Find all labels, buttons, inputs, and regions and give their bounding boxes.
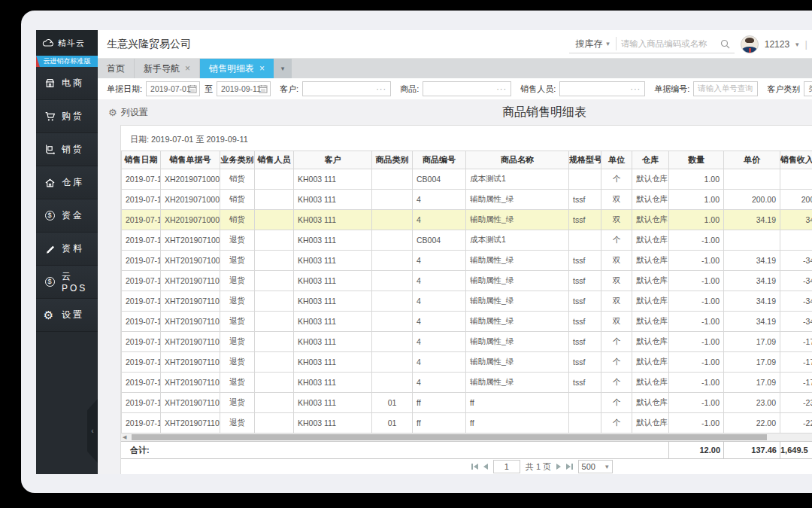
tab-销售明细表[interactable]: 销售明细表× [200,59,274,78]
table-cell: XH20190710003 [161,190,220,210]
table-row[interactable]: 2019-07-10XHT20190710001退货KH003 111CB004… [122,230,812,251]
page-size-select[interactable]: 500 ▾ [578,460,613,473]
last-page-button[interactable] [566,464,573,470]
table-cell [255,332,294,352]
table-cell [780,230,812,251]
page-size-value: 500 [582,462,595,471]
dollar-icon: $ [44,276,56,288]
sidebar-item-label: 资金 [62,209,84,222]
user-avatar[interactable] [741,35,759,53]
sidebar-item-设置[interactable]: ⚙设置 [36,299,98,332]
user-id[interactable]: 12123 [765,39,789,50]
table-row[interactable]: 2019-07-11XHT20190711008退货KH003 11101fff… [122,413,812,433]
table-row[interactable]: 2019-07-11XHT20190711005退货KH003 1114辅助属性… [122,352,812,373]
picker-dots-icon[interactable]: ··· [496,84,507,93]
table-row[interactable]: 2019-07-11XHT20190711003退货KH003 1114辅助属性… [122,312,812,332]
table-cell [255,291,294,312]
table-cell: -1.00 [669,230,724,251]
table-cell [372,169,413,190]
date-to-value: 2019-09-11 [221,84,261,93]
close-icon[interactable]: × [185,64,190,73]
table-cell: 2019-07-10 [122,230,161,251]
scrollbar-thumb[interactable] [132,434,767,440]
inventory-search: 搜库存 ▾ 请输入商品编码或名称 [569,35,735,53]
table-cell: 34.19 [724,210,780,230]
docno-input[interactable]: 请输入单号查询 [693,81,758,96]
product-picker-input[interactable]: ··· [423,81,511,96]
tab-首页[interactable]: 首页 [98,59,135,78]
tab-新手导航[interactable]: 新手导航× [135,59,200,78]
chevron-down-icon[interactable]: ▾ [795,41,799,48]
table-cell: CB004 [413,169,466,190]
calendar-icon[interactable] [259,84,268,95]
table-row[interactable]: 2019-07-11XHT20190711006退货KH003 1114辅助属性… [122,373,812,393]
search-scope-dropdown[interactable]: 搜库存 ▾ [569,37,617,50]
date-from-input[interactable]: 2019-07-01 [146,81,200,96]
calendar-icon[interactable] [188,84,197,95]
table-row[interactable]: 2019-07-11XHT20190711002退货KH003 1114辅助属性… [122,291,812,312]
sidebar-item-电商[interactable]: 电商 [36,67,98,100]
table-cell: 个 [601,373,632,393]
table-cell [255,373,294,393]
table-cell: 34.19 [724,312,780,332]
sidebar-item-销货[interactable]: 销货 [36,133,98,166]
header-divider: | [805,38,807,50]
sidebar-item-仓库[interactable]: 仓库 [36,166,98,199]
table-cell: 默认仓库 [632,291,669,312]
totals-income: 1,649.5 [780,442,812,458]
table-row[interactable]: 2019-07-11XHT20190711004退货KH003 1114辅助属性… [122,332,812,352]
tab-label: 新手导航 [144,62,180,75]
table-cell: 辅助属性_绿 [466,251,569,271]
table-cell: 销货 [220,210,255,230]
table-row[interactable]: 2019-07-10XH20190710003销货KH003 1114辅助属性_… [122,190,812,210]
salesperson-picker-input[interactable]: ··· [559,81,645,96]
scroll-left-icon[interactable]: ◀ [123,434,126,440]
sidebar-item-label: 设置 [62,309,84,321]
next-page-button[interactable] [556,464,561,470]
table-cell: 退货 [220,291,255,312]
close-icon[interactable]: × [259,64,265,73]
table-row[interactable]: 2019-07-11XHT20190711001退货KH003 1114辅助属性… [122,271,812,291]
table-cell: KH003 111 [294,210,372,230]
sidebar: 精斗云 云进销存标准版 电商购货销货仓库$资金资料$云POS⚙设置 ‹ [36,30,98,474]
table-cell [372,190,413,210]
table-row[interactable]: 2019-07-10XHT20190710002退货KH003 1114辅助属性… [122,251,812,271]
sidebar-item-资料[interactable]: 资料 [36,233,98,266]
table-row[interactable]: 2019-07-11XHT20190711007退货KH003 11101fff… [122,393,812,413]
picker-dots-icon[interactable]: ··· [376,84,386,93]
sidebar-item-云POS[interactable]: $云POS [36,266,98,299]
search-input[interactable]: 请输入商品编码或名称 [617,38,720,50]
app-logo: 精斗云 [36,30,98,56]
table-cell [255,312,294,332]
column-header: 仓库 [632,151,669,169]
sidebar-item-资金[interactable]: $资金 [36,199,98,233]
sidebar-collapse-handle[interactable]: ‹ [87,399,98,463]
table-cell: -34.1 [780,312,812,332]
sidebar-item-购货[interactable]: 购货 [36,100,98,133]
prev-page-button[interactable] [483,464,488,470]
table-cell: 2019-07-11 [122,332,161,352]
customer-picker-input[interactable]: ··· [302,81,391,96]
tab-overflow-button[interactable]: ▾ [274,59,292,78]
table-cell: ff [413,393,466,413]
date-to-input[interactable]: 2019-09-11 [217,81,271,96]
horizontal-scrollbar[interactable]: ◀ [121,433,812,441]
table-row[interactable]: 2019-07-10XH20190710004销货KH003 1114辅助属性_… [122,210,812,230]
total-pages-label: 共 1 页 [526,461,551,473]
table-cell: -1.00 [669,373,724,393]
customer-type-select[interactable]: 类别 ▾ [804,81,812,96]
column-header: 数量 [669,151,724,169]
first-page-button[interactable] [471,464,478,470]
search-icon[interactable] [720,39,735,49]
sidebar-item-label: 销货 [62,143,84,156]
column-settings-button[interactable]: 列设置 [121,106,148,119]
table-cell: 双 [601,291,632,312]
table-cell: 4 [413,271,466,291]
picker-dots-icon[interactable]: ··· [630,84,641,93]
date-filter-label: 单据日期: [107,84,142,95]
table-row[interactable]: 2019-07-10XH20190710001销货KH003 111CB004成… [122,169,812,190]
table-cell: -17.0 [780,352,812,373]
table-cell [255,352,294,373]
page-number-input[interactable]: 1 [493,460,520,473]
table-cell: 退货 [220,413,255,433]
